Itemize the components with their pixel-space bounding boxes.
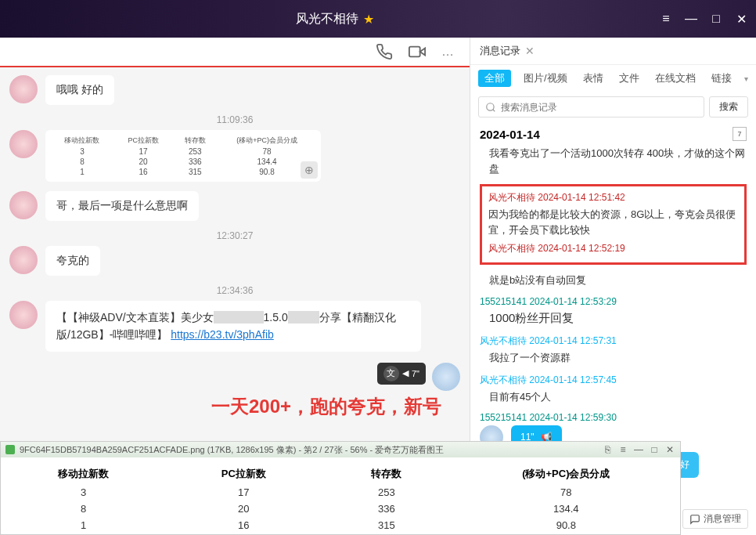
settings-icon[interactable]: ≡ <box>661 13 671 24</box>
voice-call-icon[interactable] <box>376 43 393 60</box>
history-text: 目前有45个人 <box>480 389 747 405</box>
message-bubble: 夸克的 <box>45 246 100 276</box>
maximize-icon[interactable]: □ <box>711 13 722 24</box>
history-sender: 155215141 2024-01-14 12:53:29 <box>480 296 747 307</box>
chat-icon <box>689 514 700 525</box>
more-icon[interactable]: … <box>441 45 454 59</box>
history-text: 因为我给的都是比较大的资源，8G以上，夸克会员很便宜，开会员下载比较快 <box>488 207 738 237</box>
star-icon: ★ <box>363 12 374 27</box>
maximize-icon[interactable]: □ <box>649 444 660 455</box>
message-bubble: 哦哦 好的 <box>45 75 114 105</box>
calendar-icon[interactable]: 7 <box>733 127 747 141</box>
svg-rect-1 <box>409 47 420 57</box>
annotation-overlay: 一天200+，跑的夸克，新号 <box>211 394 441 419</box>
tab-media[interactable]: 图片/视频 <box>520 70 571 87</box>
voice-msg-widget[interactable]: 文 ◀ 7" <box>377 363 426 385</box>
table-row: 11631590.8 <box>1 517 680 533</box>
avatar[interactable] <box>9 75 38 103</box>
viewer-titlebar[interactable]: 9FC64F15DB57194BA259ACF251ACFADE.png (17… <box>1 442 680 457</box>
history-text: 我看夸克出了一个活动1000次转存 400块，才做的这个网盘 <box>480 146 747 176</box>
history-sender: 风光不相待 2024-01-14 12:57:45 <box>480 374 747 387</box>
history-sender: 风光不相待 2024-01-14 12:52:19 <box>488 242 738 255</box>
tab-sticker[interactable]: 表情 <box>580 70 607 87</box>
history-sender: 155215141 2024-01-14 12:59:30 <box>480 412 747 423</box>
timestamp: 12:30:27 <box>9 230 460 241</box>
history-text: 1000粉丝开回复 <box>480 309 747 327</box>
avatar[interactable] <box>432 363 460 391</box>
avatar[interactable] <box>9 246 38 274</box>
viewer-title: 9FC64F15DB57194BA259ACF251ACFADE.png (17… <box>20 444 444 456</box>
close-history-icon[interactable]: ✕ <box>525 45 535 57</box>
timestamp: 12:34:36 <box>9 285 460 296</box>
tab-link[interactable]: 链接 <box>708 70 735 87</box>
history-text: 我拉了一个资源群 <box>480 350 747 366</box>
menu-icon[interactable]: ≡ <box>617 444 628 455</box>
search-button[interactable]: 搜索 <box>709 96 748 117</box>
call-bar: … <box>0 38 470 67</box>
avatar[interactable] <box>9 301 38 329</box>
date-header: 2024-01-14 <box>480 128 540 141</box>
history-sender: 风光不相待 2024-01-14 12:57:31 <box>480 334 747 348</box>
history-text: 就是b站没有自动回复 <box>480 273 747 288</box>
avatar[interactable] <box>9 130 38 158</box>
image-viewer-window: 9FC64F15DB57194BA259ACF251ACFADE.png (17… <box>0 441 681 535</box>
message-management-button[interactable]: 消息管理 <box>682 509 748 529</box>
history-tabs: 全部 图片/视频 表情 文件 在线文档 链接 ▾ <box>470 65 756 92</box>
window-title: 风光不相待 ★ <box>296 11 374 27</box>
table-row: 820336134.4 <box>1 501 680 517</box>
tab-file[interactable]: 文件 <box>616 70 643 87</box>
translate-icon: 文 <box>383 366 399 381</box>
timestamp: 11:09:36 <box>9 114 460 125</box>
message-bubble: 【【神级ADV/文本直装】美少女 1.5.0 分享【精翻汉化版/12GB】-哔哩… <box>45 301 421 352</box>
tab-all[interactable]: 全部 <box>478 70 511 87</box>
video-call-icon[interactable] <box>409 43 426 60</box>
shared-link[interactable]: https://b23.tv/3phAfib <box>171 328 274 341</box>
svg-line-14 <box>493 109 495 111</box>
data-table: 移动拉新数PC拉新数转存数(移动+PC)会员分成 31725378 820336… <box>1 464 680 533</box>
tab-docs[interactable]: 在线文档 <box>652 70 699 87</box>
zoom-icon[interactable]: ⊕ <box>301 161 318 179</box>
avatar[interactable] <box>9 191 38 219</box>
svg-marker-0 <box>420 48 425 55</box>
search-icon <box>485 102 496 113</box>
minimize-icon[interactable]: — <box>686 13 697 24</box>
table-row: 31725378 <box>1 484 680 501</box>
message-list: 哦哦 好的 11:09:36 移动拉新数PC拉新数转存数(移动+PC)会员分成 … <box>0 67 470 505</box>
app-icon <box>5 445 15 454</box>
history-sender: 风光不相待 2024-01-14 12:51:42 <box>488 191 738 204</box>
svg-point-13 <box>487 103 494 110</box>
highlighted-box: 风光不相待 2024-01-14 12:51:42 因为我给的都是比较大的资源，… <box>480 184 747 265</box>
close-icon[interactable]: ✕ <box>664 444 675 455</box>
titlebar: 风光不相待 ★ ≡ — □ ✕ <box>0 0 756 38</box>
pin-icon[interactable]: ⎘ <box>602 444 613 455</box>
minimize-icon[interactable]: — <box>633 444 644 455</box>
search-box[interactable] <box>478 96 704 117</box>
search-input[interactable] <box>501 102 697 113</box>
chevron-down-icon[interactable]: ▾ <box>744 74 748 83</box>
history-title: 消息记录 <box>480 44 520 58</box>
close-icon[interactable]: ✕ <box>736 13 747 24</box>
message-bubble: 哥，最后一项是什么意思啊 <box>45 191 199 221</box>
image-bubble[interactable]: 移动拉新数PC拉新数转存数(移动+PC)会员分成 31725378 820336… <box>45 130 321 182</box>
